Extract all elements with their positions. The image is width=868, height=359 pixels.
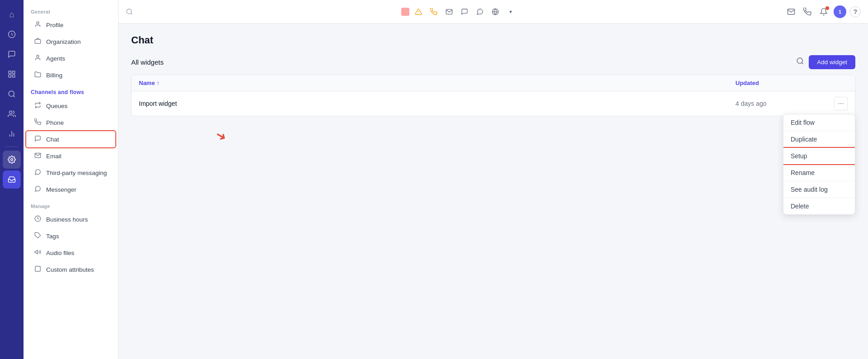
sidebar-item-profile[interactable]: Profile [26, 17, 115, 33]
sidebar-item-label: Business hours [46, 216, 88, 223]
sidebar-item-audio-files[interactable]: Audio files [26, 245, 115, 261]
business-hours-icon [33, 215, 42, 223]
channels-flows-section-label: Channels and flows [24, 84, 118, 97]
sidebar-item-business-hours[interactable]: Business hours [26, 211, 115, 227]
sidebar-item-label: Organization [46, 38, 81, 45]
svg-marker-17 [35, 250, 38, 254]
context-menu-audit-log[interactable]: See audit log [783, 181, 855, 198]
col-name-label: Name [139, 80, 155, 86]
notification-badge [825, 6, 829, 10]
svg-rect-13 [35, 39, 41, 43]
header-left [126, 8, 133, 15]
globe-header-icon[interactable] [489, 5, 502, 18]
bell-right-icon[interactable] [817, 5, 830, 18]
sidebar-item-custom-attributes[interactable]: Custom attributes [26, 261, 115, 278]
top-header: ▾ 1 ? [119, 0, 868, 24]
add-widget-button[interactable]: Add widget [809, 55, 855, 69]
sidebar-item-email[interactable]: Email [26, 148, 115, 164]
sidebar-item-chat[interactable]: Chat [26, 131, 115, 147]
sidebar-item-third-party[interactable]: Third-party messaging [26, 165, 115, 181]
tags-icon [33, 232, 42, 240]
sidebar-item-agents[interactable]: Agents [26, 50, 115, 66]
inbox-nav-icon[interactable] [3, 170, 21, 189]
header-center: ▾ [401, 5, 517, 18]
icon-nav: ⌂ [0, 0, 24, 359]
section-header: All widgets Add widget [131, 55, 855, 69]
svg-rect-3 [9, 75, 11, 77]
sidebar-item-label: Custom attributes [46, 266, 94, 273]
search-box[interactable] [126, 8, 133, 15]
mail-right-icon[interactable] [785, 5, 797, 18]
home-icon[interactable]: ⌂ [3, 5, 21, 24]
context-menu-duplicate[interactable]: Duplicate [783, 131, 855, 147]
billing-icon [33, 71, 42, 79]
contacts-icon[interactable] [3, 105, 21, 123]
third-party-icon [33, 169, 42, 177]
sidebar-item-label: Messenger [46, 186, 76, 193]
phone-header-icon[interactable] [427, 5, 440, 18]
sort-icon: ↑ [157, 80, 160, 86]
phone-right-icon[interactable] [801, 5, 814, 18]
sidebar-item-tags[interactable]: Tags [26, 228, 115, 244]
help-icon[interactable]: ? [850, 6, 861, 17]
sidebar-item-billing[interactable]: Billing [26, 67, 115, 83]
chat-sidebar-icon [33, 135, 42, 143]
col-updated-header[interactable]: Updated [735, 80, 826, 86]
row-actions: ··· [826, 97, 848, 110]
queues-icon [33, 102, 42, 110]
svg-rect-4 [13, 75, 15, 77]
sidebar-item-label: Email [46, 153, 62, 160]
svg-point-7 [9, 111, 12, 113]
chat2-header-icon[interactable] [474, 5, 486, 18]
svg-point-11 [11, 159, 13, 161]
widget-table: Name ↑ Updated Import widget 4 days ago … [131, 75, 855, 116]
custom-attributes-icon [33, 265, 42, 274]
sidebar-item-label: Phone [46, 119, 64, 126]
sidebar-item-phone[interactable]: Phone [26, 114, 115, 131]
context-menu-edit-flow[interactable]: Edit flow [783, 114, 855, 131]
sidebar-item-messenger[interactable]: Messenger [26, 181, 115, 198]
status-dot [401, 8, 409, 16]
search-widgets-icon[interactable] [796, 57, 804, 67]
chat-header-icon[interactable] [458, 5, 471, 18]
warning-header-icon[interactable] [412, 5, 425, 18]
chat-nav-icon[interactable] [3, 45, 21, 63]
context-menu-rename[interactable]: Rename [783, 165, 855, 181]
sidebar: General Profile Organization Agents Bill… [24, 0, 119, 359]
email-sidebar-icon [33, 152, 42, 160]
chevron-header-icon[interactable]: ▾ [504, 5, 517, 18]
sidebar-item-queues[interactable]: Queues [26, 98, 115, 114]
general-section-label: General [24, 4, 118, 16]
svg-line-26 [802, 62, 803, 64]
email-header-icon[interactable] [443, 5, 455, 18]
settings-icon[interactable] [3, 151, 21, 169]
svg-point-12 [37, 22, 39, 24]
svg-rect-18 [35, 266, 40, 271]
context-menu-delete[interactable]: Delete [783, 198, 855, 214]
sidebar-item-organization[interactable]: Organization [26, 33, 115, 50]
page-content: ➜ Chat All widgets Add widget Name ↑ Upd… [119, 24, 868, 359]
sidebar-item-label: Chat [46, 136, 59, 143]
page-title: Chat [131, 34, 855, 46]
user-avatar[interactable]: 1 [834, 5, 846, 18]
red-arrow: ➜ [213, 127, 229, 145]
section-title: All widgets [131, 58, 164, 66]
svg-line-6 [13, 95, 14, 97]
search-nav-icon[interactable] [3, 85, 21, 103]
reports-icon[interactable] [3, 125, 21, 143]
svg-rect-2 [13, 71, 15, 73]
grid-icon[interactable] [3, 65, 21, 83]
phone-sidebar-icon [33, 118, 42, 127]
messenger-icon [33, 185, 42, 194]
svg-point-25 [797, 58, 802, 63]
context-menu: Edit flow Duplicate Setup Rename See aud… [783, 114, 855, 215]
notification-icon[interactable] [3, 25, 21, 43]
sidebar-item-label: Agents [46, 55, 65, 62]
context-menu-setup[interactable]: Setup [783, 148, 855, 164]
more-actions-button[interactable]: ··· [834, 97, 848, 110]
sidebar-item-label: Profile [46, 22, 63, 28]
col-name-header[interactable]: Name ↑ [139, 80, 735, 86]
sidebar-item-label: Audio files [46, 250, 74, 256]
svg-point-19 [127, 9, 132, 14]
audio-files-icon [33, 249, 42, 257]
